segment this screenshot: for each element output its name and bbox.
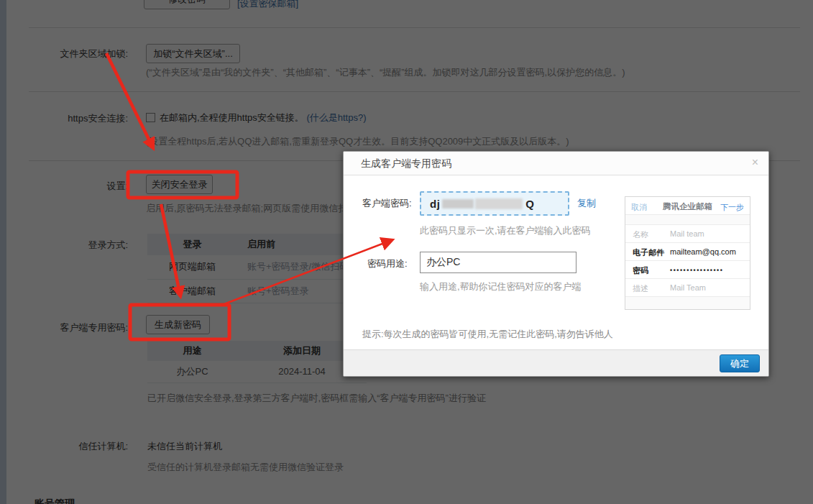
dialog-title: 生成客户端专用密码 [361, 157, 451, 170]
close-icon[interactable]: × [752, 156, 758, 169]
field-label: 名称 [633, 229, 648, 240]
client-password-field-label: 客户端密码: [362, 197, 412, 210]
password-suffix: Q [525, 198, 534, 210]
client-field-row: 电子邮件 mailteam@qq.com [625, 243, 750, 261]
client-preview-footer [625, 297, 750, 310]
client-field-row: 描述 Mail Team [625, 279, 750, 297]
field-label: 电子邮件 [633, 247, 664, 258]
password-masked-segment [442, 199, 474, 209]
client-preview-spacer [625, 215, 750, 225]
mail-client-preview: 取消 腾讯企业邮箱 下一步 名称 Mail team 电子邮件 mailteam… [625, 196, 750, 310]
field-value: Mail Team [670, 283, 706, 292]
usage-field-label: 密码用途: [367, 257, 408, 270]
field-value: Mail team [670, 229, 704, 238]
client-preview-header: 取消 腾讯企业邮箱 下一步 [625, 197, 750, 215]
ok-button[interactable]: 确定 [720, 354, 760, 372]
field-value: mailteam@qq.com [670, 247, 736, 256]
client-next-label: 下一步 [720, 202, 744, 213]
password-prefix: dj [430, 198, 440, 210]
client-field-row: 密码 •••••••••••••••• [625, 261, 750, 279]
field-label: 描述 [633, 283, 648, 294]
password-display-note: 此密码只显示一次,请在客户端输入此密码 [420, 224, 591, 237]
field-value: •••••••••••••••• [670, 267, 723, 274]
password-usage-input[interactable] [420, 252, 577, 273]
password-masked-segment [475, 198, 523, 209]
dialog-footer: 确定 [344, 349, 768, 376]
generate-client-password-dialog: 生成客户端专用密码 × 客户端密码: dj Q 复制 此密码只显示一次,请在客户… [343, 151, 769, 377]
copy-password-link[interactable]: 复制 [577, 197, 596, 210]
generated-password-box: dj Q [420, 191, 569, 216]
dialog-titlebar: 生成客户端专用密码 × [344, 152, 768, 175]
usage-note: 输入用途,帮助你记住密码对应的客户端 [420, 280, 582, 293]
field-label: 密码 [633, 265, 648, 276]
client-field-row: 名称 Mail team [625, 225, 750, 243]
dialog-tip: 提示:每次生成的密码皆可使用,无需记住此密码,请勿告诉他人 [362, 328, 613, 341]
